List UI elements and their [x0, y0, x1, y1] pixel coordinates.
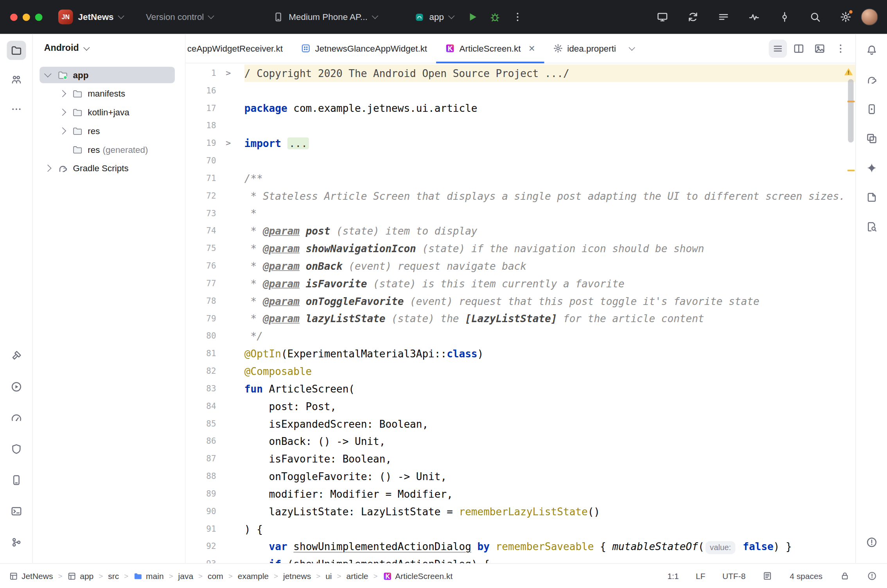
run-configuration-selector[interactable]: app [415, 12, 454, 22]
problems-status-button[interactable] [867, 571, 877, 581]
tree-item-kotlin-java[interactable]: kotlin+java [33, 103, 185, 122]
code-line[interactable]: 18 [185, 117, 855, 134]
device-selector[interactable]: Medium Phone AP... [273, 12, 377, 22]
breadcrumb-item[interactable]: java [178, 572, 193, 581]
project-selector[interactable]: JN JetNews [58, 10, 123, 25]
tree-item-gradle-scripts[interactable]: Gradle Scripts [33, 159, 185, 177]
more-run-actions-button[interactable] [508, 8, 527, 26]
line-separator[interactable]: LF [696, 572, 705, 581]
build-hammer-button[interactable] [7, 346, 26, 365]
breadcrumb-item[interactable]: com [208, 572, 223, 581]
indent-config[interactable]: 4 spaces [790, 572, 822, 581]
reader-mode-button[interactable] [763, 571, 773, 581]
debug-button[interactable] [485, 8, 504, 26]
editor-scrollbar[interactable] [848, 79, 853, 143]
tree-item-manifests[interactable]: manifests [33, 84, 185, 103]
device-manager-button[interactable] [653, 8, 672, 26]
device-phone-button[interactable] [7, 470, 26, 489]
chevron-right-icon[interactable] [44, 165, 51, 172]
vcs-widget[interactable]: Version control [146, 12, 214, 22]
fold-marker-icon[interactable]: > [216, 134, 244, 152]
chevron-right-icon[interactable] [59, 109, 66, 116]
chevron-down-icon[interactable] [44, 70, 51, 77]
logcat-button[interactable] [714, 8, 733, 26]
folded-region[interactable]: ... [287, 137, 309, 149]
code-line[interactable]: 71/** [185, 170, 855, 187]
code-line[interactable]: 91) { [185, 520, 855, 538]
chevron-right-icon[interactable] [59, 90, 66, 97]
close-window-button[interactable] [10, 13, 18, 21]
code-editor[interactable]: 1>/ Copyright 2020 The Android Open Sour… [185, 63, 855, 563]
notifications-bell-button[interactable] [862, 41, 881, 60]
editor-tab[interactable]: ArticleScreen.kt× [436, 34, 544, 63]
run-button[interactable] [463, 8, 482, 26]
breadcrumb-item[interactable]: JetNews [9, 572, 53, 581]
code-line[interactable]: 81@OptIn(ExperimentalMaterial3Api::class… [185, 345, 855, 362]
breadcrumb-item[interactable]: article [347, 572, 368, 581]
chevron-right-icon[interactable] [59, 127, 66, 134]
code-line[interactable]: 83fun ArticleScreen( [185, 380, 855, 398]
run-circle-button[interactable] [7, 377, 26, 396]
code-line[interactable]: 82@Composable [185, 362, 855, 380]
code-line[interactable]: 92 var showUnimplementedActionDialog by … [185, 538, 855, 556]
zoom-window-button[interactable] [35, 13, 43, 21]
editor-tab[interactable]: ceAppWidgetReceiver.kt [185, 34, 292, 63]
device-explorer-button[interactable] [862, 129, 881, 148]
search-button[interactable] [806, 8, 825, 26]
breadcrumb-item[interactable]: jetnews [283, 572, 311, 581]
more-horizontal-button[interactable] [7, 100, 26, 119]
code-line[interactable]: 17package com.example.jetnews.ui.article [185, 100, 855, 117]
code-line[interactable]: 75 * @param showNavigationIcon (state) i… [185, 240, 855, 257]
editor-list-button[interactable] [769, 39, 787, 57]
profiler-button[interactable] [745, 8, 764, 26]
terminal-button[interactable] [7, 502, 26, 521]
gradle-elephant-button[interactable] [862, 70, 881, 89]
inspection-warning-icon[interactable] [844, 67, 854, 77]
settings-gear-button[interactable] [836, 8, 855, 26]
find-document-button[interactable] [862, 217, 881, 236]
file-encoding[interactable]: UTF-8 [722, 572, 745, 581]
vcs-commit-button[interactable] [775, 8, 794, 26]
editor-tab[interactable]: idea.properti [544, 34, 625, 63]
breadcrumb-item[interactable]: main [133, 572, 163, 581]
breadcrumb-item[interactable]: app [67, 572, 93, 581]
code-line[interactable]: 70 [185, 152, 855, 170]
fold-marker-icon[interactable]: > [216, 65, 244, 82]
more-vertical-button[interactable] [831, 39, 849, 57]
quality-shield-button[interactable] [7, 439, 26, 459]
hidden-tabs-button[interactable] [625, 34, 639, 63]
caret-position[interactable]: 1:1 [667, 572, 679, 581]
resource-manager-button[interactable] [7, 70, 26, 89]
split-editor-button[interactable] [790, 39, 808, 57]
running-devices-button[interactable] [862, 100, 881, 119]
code-line[interactable]: 89 modifier: Modifier = Modifier, [185, 485, 855, 503]
code-line[interactable]: 93 if (showUnimplementedActionDialog) { [185, 555, 855, 563]
user-avatar[interactable] [861, 9, 878, 25]
profiler-gauge-button[interactable] [7, 408, 26, 427]
version-control-button[interactable] [7, 533, 26, 552]
breadcrumb-item[interactable]: example [238, 572, 269, 581]
file-write-access-button[interactable] [840, 571, 850, 581]
code-line[interactable]: 79 * @param lazyListState (state) the [L… [185, 310, 855, 328]
code-line[interactable]: 80 */ [185, 327, 855, 345]
code-line[interactable]: 88 onToggleFavorite: () -> Unit, [185, 468, 855, 485]
project-view-button[interactable] [7, 41, 26, 60]
breadcrumb-item[interactable]: ui [325, 572, 332, 581]
editor-tab[interactable]: JetnewsGlanceAppWidget.kt [292, 34, 436, 63]
code-line[interactable]: 84 post: Post, [185, 398, 855, 415]
code-line[interactable]: 87 isFavorite: Boolean, [185, 450, 855, 468]
code-line[interactable]: 74 * @param post (state) item to display [185, 222, 855, 240]
code-line[interactable]: 86 onBack: () -> Unit, [185, 433, 855, 450]
screenshot-image-button[interactable] [811, 39, 829, 57]
tree-item-app[interactable]: app [33, 66, 185, 84]
code-line[interactable]: 77 * @param isFavorite (state) is this i… [185, 275, 855, 292]
code-line[interactable]: 16 [185, 82, 855, 100]
project-view-selector[interactable]: Android [33, 34, 185, 62]
edit-document-button[interactable] [862, 188, 881, 207]
gradle-sync-button[interactable] [683, 8, 702, 26]
gemini-star-button[interactable] [862, 158, 881, 177]
code-line[interactable]: 19>import ... [185, 134, 855, 152]
tree-item-res[interactable]: res [33, 122, 185, 140]
code-line[interactable]: 1>/ Copyright 2020 The Android Open Sour… [185, 65, 855, 82]
breadcrumb-item[interactable]: ArticleScreen.kt [383, 572, 453, 581]
